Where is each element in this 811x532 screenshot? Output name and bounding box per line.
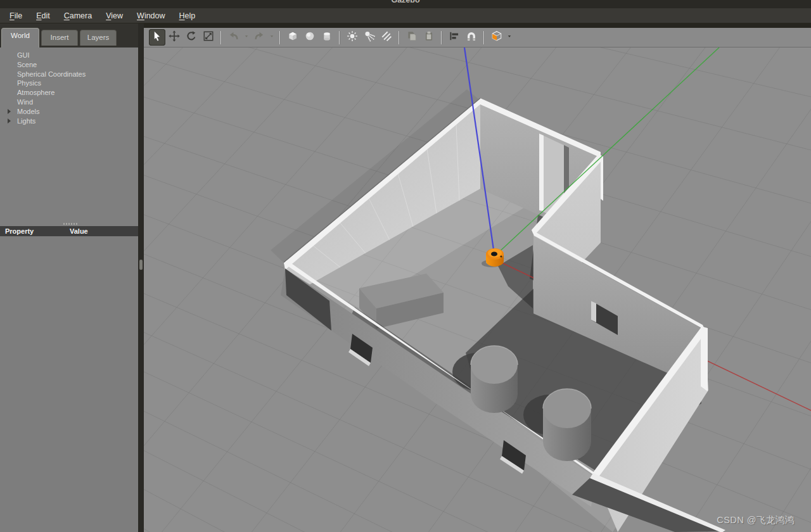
menubar: FileEditCameraViewWindowHelp bbox=[0, 8, 811, 23]
system-titlebar: Gazebo bbox=[0, 0, 811, 8]
watermark: CSDN @飞龙鸿鸿 bbox=[717, 514, 795, 526]
toolbar-separator bbox=[441, 31, 442, 44]
point-light-icon bbox=[347, 30, 358, 44]
property-table-header: PropertyValue bbox=[0, 226, 138, 236]
toolbar-separator bbox=[279, 31, 281, 44]
toolbar-separator bbox=[399, 31, 400, 44]
world-tree: GUISceneSpherical CoordinatesPhysicsAtmo… bbox=[0, 48, 138, 222]
menu-camera[interactable]: Camera bbox=[57, 10, 99, 22]
translate-button[interactable] bbox=[166, 29, 182, 46]
redo-button[interactable] bbox=[251, 29, 267, 46]
caret-down-icon bbox=[506, 30, 513, 44]
spot-light-icon bbox=[364, 30, 375, 44]
toolbar-strip bbox=[144, 23, 811, 48]
menu-view[interactable]: View bbox=[99, 10, 130, 22]
viewport-toolbar bbox=[144, 28, 811, 48]
rotate-button[interactable] bbox=[183, 29, 200, 46]
splitter-handle[interactable] bbox=[139, 260, 143, 270]
undo-icon bbox=[228, 30, 239, 44]
align-button[interactable] bbox=[446, 29, 463, 46]
tab-insert[interactable]: Insert bbox=[41, 30, 78, 46]
panel-splitter[interactable] bbox=[0, 222, 138, 226]
cylinder-icon bbox=[321, 30, 333, 44]
tree-item-label: Lights bbox=[17, 117, 35, 125]
move-icon bbox=[169, 30, 180, 44]
point-light-button[interactable] bbox=[344, 29, 361, 46]
cursor-icon bbox=[151, 30, 163, 44]
paste-icon bbox=[423, 30, 435, 44]
expander-triangle-icon[interactable] bbox=[8, 118, 11, 124]
redo-history-button[interactable] bbox=[268, 29, 276, 46]
cylinder-model-1[interactable] bbox=[471, 346, 518, 413]
menu-file[interactable]: File bbox=[3, 10, 29, 22]
tree-item-label: GUI bbox=[17, 51, 30, 59]
paste-button[interactable] bbox=[421, 29, 437, 46]
sphere-icon bbox=[304, 30, 316, 44]
viewport-canvas[interactable]: CSDN @飞龙鸿鸿 bbox=[144, 48, 811, 532]
view-cube-icon bbox=[491, 30, 502, 44]
scale-button[interactable] bbox=[200, 29, 217, 46]
undo-button[interactable] bbox=[226, 29, 242, 46]
tree-item-label: Models bbox=[17, 108, 39, 115]
toolbar-separator bbox=[483, 31, 485, 44]
rotate-icon bbox=[186, 30, 197, 44]
directional-light-icon bbox=[381, 30, 392, 44]
window-title: Gazebo bbox=[0, 0, 811, 4]
tree-item-label: Physics bbox=[17, 79, 41, 87]
snap-button[interactable] bbox=[463, 29, 480, 46]
tree-item-label: Spherical Coordinates bbox=[17, 70, 86, 78]
spot-light-button[interactable] bbox=[361, 29, 378, 46]
panel-tabbar: WorldInsertLayers bbox=[0, 23, 138, 48]
expander-triangle-icon[interactable] bbox=[8, 109, 11, 114]
box-icon bbox=[287, 30, 298, 44]
toolbar-separator bbox=[220, 31, 222, 44]
splitter-grip-icon bbox=[63, 223, 77, 225]
align-icon bbox=[449, 30, 460, 44]
tree-item-label: Scene bbox=[17, 61, 37, 68]
world-panel: WorldInsertLayers GUISceneSpherical Coor… bbox=[0, 23, 138, 532]
property-column-value: Value bbox=[70, 227, 88, 235]
tree-item-models[interactable]: Models bbox=[0, 107, 138, 117]
tab-layers[interactable]: Layers bbox=[80, 30, 117, 46]
snap-magnet-icon bbox=[466, 30, 477, 44]
menu-help[interactable]: Help bbox=[172, 10, 203, 22]
property-table-body bbox=[0, 236, 138, 532]
tree-item-label: Wind bbox=[17, 98, 33, 106]
tree-item-gui[interactable]: GUI bbox=[0, 51, 138, 60]
insert-sphere-button[interactable] bbox=[302, 29, 318, 46]
panel-viewport-splitter[interactable] bbox=[138, 23, 144, 532]
property-column-property: Property bbox=[0, 227, 70, 235]
tree-item-physics[interactable]: Physics bbox=[0, 79, 138, 88]
insert-box-button[interactable] bbox=[284, 29, 301, 46]
tree-item-scene[interactable]: Scene bbox=[0, 60, 138, 70]
insert-cylinder-button[interactable] bbox=[319, 29, 335, 46]
tab-world[interactable]: World bbox=[1, 28, 39, 48]
tree-item-lights[interactable]: Lights bbox=[0, 117, 138, 126]
copy-icon bbox=[406, 30, 418, 44]
tree-item-spherical-coordinates[interactable]: Spherical Coordinates bbox=[0, 70, 138, 79]
cylinder-model-2[interactable] bbox=[543, 389, 591, 461]
tree-item-atmosphere[interactable]: Atmosphere bbox=[0, 88, 138, 98]
toolbar-separator bbox=[339, 31, 340, 44]
copy-button[interactable] bbox=[404, 29, 420, 46]
undo-history-button[interactable] bbox=[243, 29, 250, 46]
select-button[interactable] bbox=[149, 29, 165, 46]
tree-item-label: Atmosphere bbox=[17, 89, 54, 96]
view-angle-button[interactable] bbox=[489, 29, 505, 46]
caret-down-icon bbox=[269, 30, 275, 44]
redo-icon bbox=[253, 30, 265, 44]
directional-light-button[interactable] bbox=[378, 29, 395, 46]
view-angle-menu-button[interactable] bbox=[506, 29, 513, 46]
caret-down-icon bbox=[243, 30, 250, 44]
menu-window[interactable]: Window bbox=[130, 10, 172, 22]
tree-item-wind[interactable]: Wind bbox=[0, 98, 138, 107]
menu-edit[interactable]: Edit bbox=[29, 10, 57, 22]
scale-icon bbox=[203, 30, 214, 44]
